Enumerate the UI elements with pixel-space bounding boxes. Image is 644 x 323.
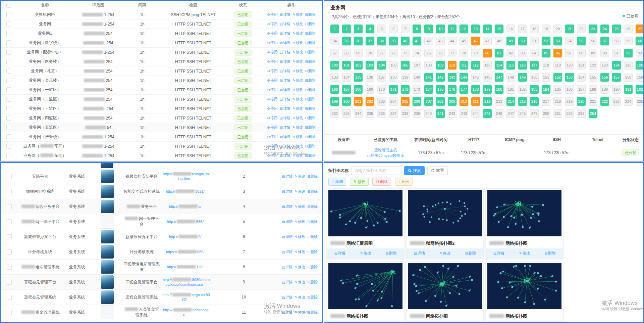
ip-cell[interactable]: 210 bbox=[460, 97, 468, 106]
app-url-link[interactable]: http://tc/login_init.action bbox=[161, 172, 210, 181]
ip-cell[interactable]: 121 bbox=[577, 61, 586, 70]
app-url-link[interactable]: http://a/ bbox=[167, 204, 204, 209]
ip-cell[interactable]: 7 bbox=[401, 25, 410, 33]
row-checkbox[interactable] bbox=[7, 219, 12, 224]
op-delete-link[interactable]: ⊟删除 bbox=[305, 125, 315, 129]
op-disable-link[interactable]: ⊘停用 bbox=[267, 69, 277, 73]
ip-cell[interactable]: 45 bbox=[460, 37, 468, 45]
ip-cell[interactable]: 53 bbox=[553, 37, 562, 45]
ip-cell[interactable]: 232 bbox=[330, 109, 339, 118]
op-detail-link[interactable]: ▤详情 bbox=[280, 153, 290, 157]
ip-cell[interactable]: 248 bbox=[518, 109, 527, 118]
op-disable-link[interactable]: ⊘停用 bbox=[267, 135, 277, 139]
op-delete-link[interactable]: ⊟删除 bbox=[305, 22, 315, 26]
ip-cell[interactable]: 156 bbox=[600, 73, 609, 82]
ip-cell[interactable]: 204 bbox=[389, 97, 398, 106]
ip-cell[interactable]: 69 bbox=[354, 49, 363, 57]
op-disable-link[interactable]: ⊘停用 bbox=[267, 31, 277, 35]
ip-cell[interactable]: 142 bbox=[436, 73, 445, 82]
ip-cell[interactable]: 46 bbox=[471, 37, 480, 45]
op-edit-link[interactable]: ✎修改 bbox=[292, 31, 303, 35]
app-url-link[interactable]: mon/accou bbox=[167, 322, 221, 323]
ip-cell[interactable]: 199 bbox=[330, 97, 339, 106]
op-disable-link[interactable]: ⊘停用 bbox=[267, 59, 277, 63]
ip-cell[interactable]: 222 bbox=[600, 97, 609, 106]
ip-cell[interactable]: 48 bbox=[495, 37, 503, 45]
ip-cell[interactable]: 238 bbox=[401, 109, 410, 118]
ip-cell[interactable]: 80 bbox=[483, 49, 492, 57]
ip-cell[interactable]: 10 bbox=[436, 25, 445, 33]
op-delete-link[interactable]: ⊟删除 bbox=[307, 310, 318, 314]
ip-cell[interactable]: 252 bbox=[565, 109, 574, 118]
ip-cell[interactable]: 237 bbox=[389, 109, 398, 118]
ip-cell[interactable]: 86 bbox=[553, 49, 562, 57]
op-delete-link[interactable]: ⊟删除 bbox=[307, 174, 318, 178]
op-detail-link[interactable]: ▤详情 bbox=[282, 295, 292, 299]
host-link[interactable]: 运维平台mysql数据库 bbox=[363, 153, 408, 158]
op-delete-link[interactable]: ⊟删除 bbox=[307, 250, 318, 254]
op-detail-link[interactable]: ▤详情 bbox=[280, 41, 290, 45]
ip-cell[interactable]: 250 bbox=[542, 109, 550, 118]
ip-cell[interactable]: 54 bbox=[565, 37, 574, 45]
ip-cell[interactable]: 188 bbox=[589, 85, 597, 94]
op-detail-link[interactable]: ▤详情 bbox=[282, 174, 292, 178]
op-detail-link[interactable]: ▤详情 bbox=[280, 135, 290, 139]
op-edit-link[interactable]: ✎修改 bbox=[295, 280, 305, 284]
op-edit-link[interactable]: ✎修改 bbox=[295, 220, 305, 224]
ip-cell[interactable]: 111 bbox=[460, 61, 468, 70]
ip-cell[interactable]: 133 bbox=[330, 73, 339, 82]
op-delete-link[interactable]: ⊟删除 bbox=[305, 106, 315, 110]
ip-cell[interactable]: 189 bbox=[600, 85, 609, 94]
op-detail-link[interactable]: ▤详情 bbox=[280, 31, 290, 35]
ip-cell[interactable]: 14 bbox=[483, 25, 492, 33]
op-edit-link[interactable]: ✎修改 bbox=[292, 153, 303, 157]
op-edit-link[interactable]: ✎修改 bbox=[295, 265, 305, 269]
op-detail-link[interactable]: ▤详情 bbox=[334, 251, 345, 256]
op-detail-link[interactable]: ▤详情 bbox=[414, 251, 425, 256]
ip-cell[interactable]: 25 bbox=[612, 25, 621, 33]
row-checkbox[interactable] bbox=[7, 310, 12, 315]
ip-cell[interactable]: 158 bbox=[624, 73, 633, 82]
row-checkbox[interactable] bbox=[7, 234, 12, 239]
ip-cell[interactable]: 81 bbox=[495, 49, 503, 57]
ip-cell[interactable]: 184 bbox=[542, 85, 550, 94]
ip-cell[interactable]: 139 bbox=[401, 73, 410, 82]
ip-cell[interactable]: 126 bbox=[636, 61, 644, 70]
op-delete-link[interactable]: ⊟删除 bbox=[305, 50, 315, 54]
op-delete-link[interactable]: ⊟删除 bbox=[305, 12, 315, 16]
ip-cell[interactable]: 23 bbox=[589, 25, 597, 33]
ip-cell[interactable]: 172 bbox=[401, 85, 410, 94]
op-detail-link[interactable]: ▤详情 bbox=[282, 265, 292, 269]
ip-cell[interactable]: 78 bbox=[460, 49, 468, 57]
ip-cell[interactable]: 101 bbox=[342, 61, 351, 70]
row-checkbox[interactable] bbox=[7, 204, 12, 209]
ip-cell[interactable]: 215 bbox=[518, 97, 527, 106]
ip-cell[interactable]: 18 bbox=[530, 25, 539, 33]
op-detail-link[interactable]: ▤详情 bbox=[282, 280, 292, 284]
ip-cell[interactable]: 138 bbox=[389, 73, 398, 82]
op-edit-link[interactable]: ✎修改 bbox=[292, 125, 303, 129]
row-checkbox[interactable] bbox=[6, 97, 11, 102]
row-checkbox[interactable] bbox=[7, 280, 12, 285]
op-disable-link[interactable]: ⊘停用 bbox=[267, 41, 277, 45]
op-detail-link[interactable]: ▤详情 bbox=[280, 12, 290, 16]
app-url-link[interactable]: http://555/ bbox=[165, 220, 206, 224]
op-edit-link[interactable]: ✎修改 bbox=[292, 22, 303, 26]
ip-cell[interactable]: 5 bbox=[377, 25, 386, 33]
ip-cell[interactable]: 105 bbox=[389, 61, 398, 70]
op-detail-link[interactable]: ▤详情 bbox=[280, 97, 290, 101]
op-delete-link[interactable]: ⊟删除 bbox=[307, 235, 318, 239]
ip-cell[interactable]: 122 bbox=[589, 61, 597, 70]
ip-cell[interactable]: 77 bbox=[448, 49, 457, 57]
ip-cell[interactable]: 76 bbox=[436, 49, 445, 57]
op-detail-link[interactable]: ▤详情 bbox=[280, 88, 290, 92]
ip-cell[interactable]: 150 bbox=[530, 73, 539, 82]
ip-cell[interactable]: 153 bbox=[565, 73, 574, 82]
ip-cell[interactable]: 134 bbox=[342, 73, 351, 82]
ip-cell[interactable]: 183 bbox=[530, 85, 539, 94]
ip-cell[interactable]: 225 bbox=[636, 97, 644, 106]
topology-name-input[interactable] bbox=[351, 166, 401, 175]
op-disable-link[interactable]: ⊘停用 bbox=[267, 97, 277, 101]
ip-cell[interactable]: 60 bbox=[636, 37, 644, 45]
app-url-link[interactable]: http://120/ bbox=[165, 265, 206, 269]
